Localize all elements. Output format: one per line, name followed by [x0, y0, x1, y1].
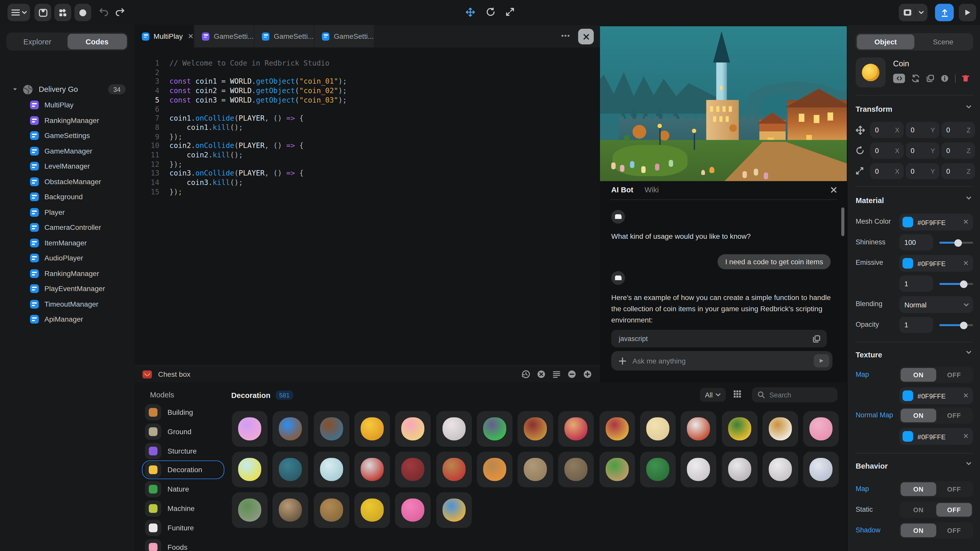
asset-money-stack[interactable] — [803, 411, 839, 447]
zoom-in-icon[interactable] — [583, 370, 592, 379]
chat-scrollbar[interactable] — [841, 207, 844, 236]
undo-icon[interactable] — [99, 7, 109, 16]
asset-ice-pillar[interactable] — [313, 452, 349, 487]
tab-more-button[interactable]: ••• — [561, 32, 570, 39]
color-swatch[interactable] — [902, 431, 913, 442]
chat-input[interactable]: Ask me anything — [611, 351, 832, 370]
clear-color-icon[interactable]: ✕ — [963, 259, 969, 267]
asset-leopard-rug[interactable] — [272, 492, 308, 528]
zoom-out-icon[interactable] — [568, 370, 576, 379]
asset-white-kettle[interactable] — [681, 452, 717, 487]
code-line-12[interactable]: }); — [169, 160, 183, 168]
color-swatch[interactable] — [902, 217, 913, 227]
refresh-icon[interactable] — [486, 7, 495, 16]
info-icon[interactable] — [941, 74, 949, 83]
category-nature[interactable]: Nature — [142, 481, 224, 498]
blocks-tool-button[interactable] — [54, 4, 71, 21]
asset-aloe-plant[interactable] — [640, 452, 676, 487]
tab-wiki[interactable]: Wiki — [645, 186, 659, 194]
play-button[interactable] — [959, 4, 977, 21]
asset-anglerfish[interactable] — [272, 452, 308, 487]
publish-button[interactable] — [935, 4, 954, 21]
redo-icon[interactable] — [115, 7, 125, 16]
sidebar-item-cameracontroller[interactable]: CameraController — [0, 220, 135, 235]
category-sturcture[interactable]: Sturcture — [142, 442, 224, 460]
help-button[interactable]: ? — [74, 4, 91, 21]
code-line-4[interactable]: const coin2 = WORLD.getObject("coin_02")… — [169, 86, 347, 95]
sidebar-item-gamesettings[interactable]: GameSettings — [0, 128, 135, 143]
asset-crystal-gem[interactable] — [232, 411, 268, 447]
sidebar-item-audioplayer[interactable]: AudioPlayer — [0, 251, 135, 266]
tab-codes[interactable]: Codes — [67, 34, 127, 49]
asset-kraft-box[interactable] — [558, 452, 594, 487]
asset-fire-hydrant[interactable] — [395, 452, 431, 487]
asset-pink-jelly[interactable] — [395, 492, 431, 528]
category-machine[interactable]: Machine — [142, 500, 224, 517]
editor-tab-gamesetti[interactable]: GameSetti... — [314, 25, 374, 48]
asset-wooden-sled[interactable] — [313, 492, 349, 528]
asset-purple-cauldron[interactable] — [477, 411, 512, 447]
sidebar-item-levelmanager[interactable]: LevelManager — [0, 159, 135, 174]
asset-cooking-pot[interactable] — [762, 452, 798, 487]
sidebar-item-apimanager[interactable]: ApiManager — [0, 312, 135, 327]
asset-red-chest[interactable] — [599, 411, 635, 447]
code-line-1[interactable]: // Welcome to Code in Redbrick Studio — [169, 59, 329, 67]
color-swatch[interactable] — [902, 258, 913, 268]
rotate-z-input[interactable]: 0Z — [941, 142, 975, 159]
scale-x-input[interactable]: 0X — [870, 163, 904, 179]
lines-icon[interactable] — [552, 370, 561, 378]
copy-icon[interactable] — [813, 334, 821, 343]
editor-tab-gamesetti[interactable]: GameSetti... — [255, 25, 314, 48]
code-line-14[interactable]: coin3.kill(); — [169, 178, 243, 187]
asset-wooden-chest[interactable] — [313, 411, 349, 447]
clear-color-icon[interactable]: ✕ — [963, 218, 969, 226]
static-toggle[interactable]: ONOFF — [899, 502, 973, 518]
move-y-input[interactable]: 0Y — [906, 122, 939, 138]
asset-yellow-mug[interactable] — [354, 492, 390, 528]
emissive-intensity-input[interactable]: 1 — [899, 275, 933, 292]
code-line-9[interactable]: }); — [169, 132, 183, 141]
sidebar-item-rankingmanager[interactable]: RankingManager — [0, 266, 135, 281]
screen-tool-button[interactable] — [35, 4, 51, 21]
code-line-8[interactable]: coin1.kill(); — [169, 123, 243, 132]
game-viewport[interactable] — [600, 26, 847, 181]
move-x-input[interactable]: 0X — [870, 122, 904, 138]
asset-red-book[interactable] — [517, 411, 553, 447]
texture-map-color-field[interactable]: #0F9FFE ✕ — [899, 387, 973, 404]
asset-orange-crate[interactable] — [477, 452, 512, 487]
emissive-slider[interactable] — [939, 275, 973, 292]
filter-dropdown[interactable]: All — [700, 388, 726, 402]
code-line-3[interactable]: const coin1 = WORLD.getObject("coin_01")… — [169, 77, 347, 86]
duplicate-icon[interactable] — [926, 74, 934, 83]
category-funiture[interactable]: Funiture — [142, 519, 224, 537]
code-line-10[interactable]: coin2.onCollide(PLAYER, () => { — [169, 141, 304, 150]
shadow-toggle[interactable]: ONOFF — [899, 522, 973, 538]
tab-close-icon[interactable]: ✕ — [188, 32, 194, 41]
sidebar-item-multiplay[interactable]: MultiPlay — [0, 97, 135, 113]
chevron-down-icon[interactable] — [966, 105, 971, 109]
asset-gold-coin[interactable] — [354, 411, 390, 447]
category-decoration[interactable]: Decoration — [142, 461, 224, 479]
move-tool-icon[interactable] — [466, 7, 475, 17]
chevron-down-icon[interactable] — [966, 462, 971, 465]
asset-apple-crate[interactable] — [436, 452, 472, 487]
sidebar-item-playeventmanager[interactable]: PlayEventManager — [0, 281, 135, 297]
history-icon[interactable] — [521, 370, 530, 379]
code-line-7[interactable]: coin1.onCollide(PLAYER, () => { — [169, 114, 304, 122]
rotate-y-input[interactable]: 0Y — [906, 142, 939, 159]
tab-ai-bot[interactable]: AI Bot — [611, 186, 633, 194]
rotate-x-input[interactable]: 0X — [870, 142, 904, 159]
sidebar-item-background[interactable]: Background — [0, 189, 135, 205]
edit-code-icon[interactable] — [893, 74, 905, 83]
opacity-input[interactable]: 1 — [899, 317, 933, 333]
mesh-color-field[interactable]: #0F9FFE ✕ — [899, 214, 973, 230]
asset-pink-donut[interactable] — [395, 411, 431, 447]
sidebar-item-timeoutmanager[interactable]: TimeoutManager — [0, 297, 135, 312]
move-icon[interactable] — [856, 125, 865, 135]
scale-y-input[interactable]: 0Y — [906, 163, 939, 179]
grid-view-icon[interactable] — [733, 390, 741, 398]
asset-mail-envelope[interactable] — [803, 452, 839, 487]
asset-blue-banner[interactable] — [272, 411, 308, 447]
emissive-color-field[interactable]: #0F9FFE ✕ — [899, 255, 973, 272]
asset-road-sign[interactable] — [354, 452, 390, 487]
